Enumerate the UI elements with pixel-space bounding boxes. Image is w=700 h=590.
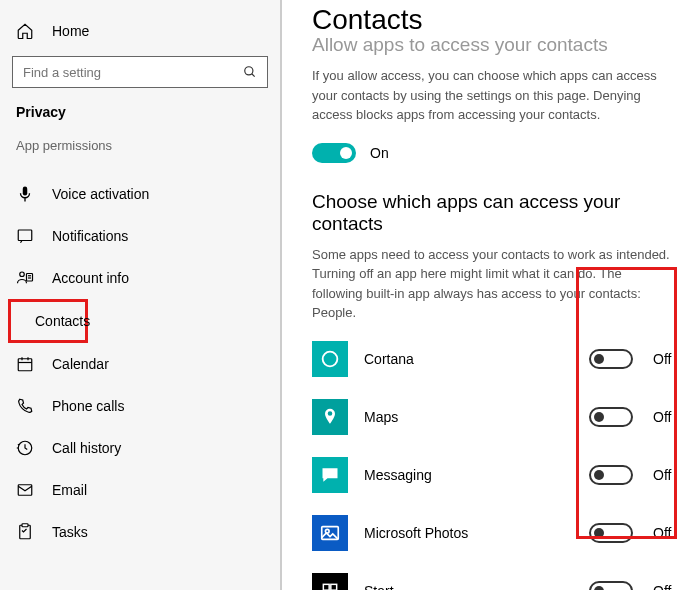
app-name: Messaging (364, 467, 583, 483)
app-name: Maps (364, 409, 583, 425)
start-icon (312, 573, 348, 591)
app-toggle-messaging[interactable] (589, 465, 633, 485)
account-icon (16, 269, 34, 287)
app-toggle-cortana[interactable] (589, 349, 633, 369)
home-link[interactable]: Home (8, 10, 272, 52)
email-icon (16, 481, 34, 499)
svg-rect-10 (18, 359, 32, 371)
svg-point-0 (245, 67, 253, 75)
category-title: Privacy (8, 104, 272, 138)
page-title: Contacts (312, 0, 678, 36)
section-subtitle-truncated: Allow apps to access your contacts (312, 34, 678, 56)
svg-line-1 (252, 74, 255, 77)
home-icon (16, 22, 34, 40)
sidebar-item-label: Contacts (35, 313, 90, 329)
messaging-icon (312, 457, 348, 493)
help-text-1: If you allow access, you can choose whic… (312, 66, 672, 125)
sidebar-item-label: Account info (52, 270, 129, 286)
sidebar-item-label: Tasks (52, 524, 88, 540)
calendar-icon (16, 355, 34, 373)
sidebar-item-account[interactable]: Account info (8, 257, 272, 299)
sidebar-item-contacts[interactable]: Contacts (11, 302, 85, 340)
svg-point-18 (323, 351, 338, 366)
photos-icon (312, 515, 348, 551)
app-toggle-state: Off (653, 351, 671, 367)
sidebar-item-tasks[interactable]: Tasks (8, 511, 272, 553)
svg-rect-3 (18, 230, 32, 241)
app-toggle-photos[interactable] (589, 523, 633, 543)
search-icon (243, 65, 257, 79)
highlight-box-sidebar: Contacts (8, 299, 88, 343)
app-row-start: Start Off (312, 573, 678, 591)
app-toggle-start[interactable] (589, 581, 633, 591)
search-input[interactable] (23, 65, 243, 80)
search-input-container[interactable] (12, 56, 268, 88)
apps-list: Cortana Off Maps Off Messaging Off (312, 341, 678, 591)
history-icon (16, 439, 34, 457)
master-toggle[interactable] (312, 143, 356, 163)
app-row-photos: Microsoft Photos Off (312, 515, 678, 551)
svg-rect-21 (323, 584, 329, 590)
app-toggle-maps[interactable] (589, 407, 633, 427)
group-label: App permissions (8, 138, 272, 173)
tasks-icon (16, 523, 34, 541)
app-name: Start (364, 583, 583, 591)
app-row-maps: Maps Off (312, 399, 678, 435)
app-toggle-state: Off (653, 583, 671, 591)
svg-point-4 (20, 272, 25, 277)
sidebar-item-callhistory[interactable]: Call history (8, 427, 272, 469)
microphone-icon (16, 185, 34, 203)
sidebar-item-label: Phone calls (52, 398, 124, 414)
svg-rect-5 (27, 274, 33, 282)
sidebar-item-calendar[interactable]: Calendar (8, 343, 272, 385)
app-name: Microsoft Photos (364, 525, 583, 541)
master-toggle-state: On (370, 145, 389, 161)
sidebar-item-label: Email (52, 482, 87, 498)
cortana-icon (312, 341, 348, 377)
svg-rect-15 (18, 485, 32, 496)
maps-icon (312, 399, 348, 435)
svg-rect-22 (331, 584, 337, 590)
app-name: Cortana (364, 351, 583, 367)
sidebar-item-label: Voice activation (52, 186, 149, 202)
notification-icon (16, 227, 34, 245)
section2-title: Choose which apps can access your contac… (312, 191, 678, 235)
app-toggle-state: Off (653, 525, 671, 541)
sidebar-item-label: Calendar (52, 356, 109, 372)
sidebar-item-voice[interactable]: Voice activation (8, 173, 272, 215)
sidebar-item-notifications[interactable]: Notifications (8, 215, 272, 257)
sidebar-item-label: Call history (52, 440, 121, 456)
help-text-2: Some apps need to access your contacts t… (312, 245, 672, 323)
svg-rect-17 (22, 524, 28, 527)
app-toggle-state: Off (653, 467, 671, 483)
phone-icon (16, 397, 34, 415)
app-toggle-state: Off (653, 409, 671, 425)
sidebar-item-email[interactable]: Email (8, 469, 272, 511)
app-row-cortana: Cortana Off (312, 341, 678, 377)
settings-sidebar: Home Privacy App permissions Voice activ… (0, 0, 280, 590)
sidebar-item-phone[interactable]: Phone calls (8, 385, 272, 427)
master-toggle-row: On (312, 143, 678, 163)
home-label: Home (52, 23, 89, 39)
app-row-messaging: Messaging Off (312, 457, 678, 493)
svg-rect-2 (23, 187, 28, 196)
sidebar-item-label: Notifications (52, 228, 128, 244)
settings-main: Contacts Allow apps to access your conta… (280, 0, 700, 590)
